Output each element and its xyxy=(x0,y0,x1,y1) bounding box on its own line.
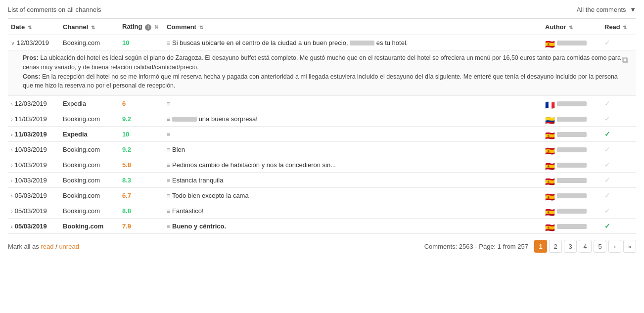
sort-icon-comment: ⇅ xyxy=(199,25,203,30)
cell-channel: Booking.com xyxy=(60,142,119,157)
cell-author: 🇪🇸 xyxy=(542,127,601,142)
read-check-icon[interactable]: ✓ xyxy=(604,176,610,184)
table-row[interactable]: ›10/03/2019Booking.com5.8≡Pedimos cambio… xyxy=(8,157,636,173)
cell-rating: 9.2 xyxy=(119,111,164,127)
cell-read[interactable]: ✓ xyxy=(601,219,636,234)
comment-icon: ≡ xyxy=(167,116,170,123)
table-row[interactable]: ›12/03/2019Expedia6≡🇫🇷✓ xyxy=(8,96,636,111)
col-read[interactable]: Read ⇅ xyxy=(601,19,636,35)
read-check-icon[interactable]: ✓ xyxy=(604,191,610,199)
cell-channel: Expedia xyxy=(60,96,119,111)
read-check-icon[interactable]: ✓ xyxy=(604,207,610,215)
author-name xyxy=(557,224,587,229)
comment-icon: ≡ xyxy=(167,146,170,153)
expand-icon[interactable]: › xyxy=(11,178,13,183)
mark-all-label: Mark all as xyxy=(8,243,39,250)
author-name xyxy=(557,41,587,45)
read-check-icon[interactable]: ✓ xyxy=(604,161,610,169)
cell-author: 🇪🇸 xyxy=(542,219,601,234)
cell-rating: 6 xyxy=(119,96,164,111)
read-check-icon[interactable]: ✓ xyxy=(604,222,610,230)
expand-icon[interactable]: › xyxy=(11,132,13,137)
info-icon[interactable]: i xyxy=(145,24,151,31)
cell-comment: ≡Bueno y céntrico. xyxy=(164,219,542,234)
cell-comment: ≡ xyxy=(164,96,542,111)
expand-icon[interactable]: › xyxy=(11,224,13,229)
read-check-icon[interactable]: ✓ xyxy=(604,99,610,107)
read-check-icon[interactable]: ✓ xyxy=(604,130,610,138)
cell-rating: 10 xyxy=(119,127,164,142)
cell-comment: ≡Estancia tranquila xyxy=(164,173,542,188)
copy-icon[interactable]: ⧉ xyxy=(622,53,628,67)
cell-read[interactable]: ✓ xyxy=(601,157,636,173)
comment-icon: ≡ xyxy=(167,100,170,107)
page-5-button[interactable]: 5 xyxy=(594,240,606,253)
last-page-button[interactable]: » xyxy=(623,240,636,253)
cell-read[interactable]: ✓ xyxy=(601,111,636,127)
table-row[interactable]: ∨12/03/2019Booking.com10≡Si buscas ubica… xyxy=(8,35,636,50)
filter-dropdown[interactable]: All the comments ▼ xyxy=(575,6,636,13)
table-row[interactable]: ›05/03/2019Booking.com7.9≡Bueno y céntri… xyxy=(8,219,636,234)
cell-channel: Booking.com xyxy=(60,111,119,127)
author-name xyxy=(557,147,587,152)
cell-author: 🇫🇷 xyxy=(542,96,601,111)
page-1-button[interactable]: 1 xyxy=(534,240,547,253)
cell-rating: 5.8 xyxy=(119,157,164,173)
cell-date: ›05/03/2019 xyxy=(8,203,60,219)
expand-icon[interactable]: › xyxy=(11,193,13,199)
col-rating[interactable]: Rating i ⇅ xyxy=(119,19,164,35)
table-row[interactable]: ›05/03/2019Booking.com8.8≡Fantástico!🇪🇸✓ xyxy=(8,203,636,219)
author-name xyxy=(557,132,587,137)
table-row[interactable]: ›11/03/2019Booking.com9.2≡ una buena sor… xyxy=(8,111,636,127)
cell-read[interactable]: ✓ xyxy=(601,188,636,203)
table-row[interactable]: ›10/03/2019Booking.com8.3≡Estancia tranq… xyxy=(8,173,636,188)
comment-icon: ≡ xyxy=(167,223,170,230)
expand-icon[interactable]: › xyxy=(11,101,13,107)
col-channel[interactable]: Channel ⇅ xyxy=(60,19,119,35)
comment-icon: ≡ xyxy=(167,131,170,138)
expand-icon[interactable]: ∨ xyxy=(11,40,15,46)
cell-rating: 9.2 xyxy=(119,142,164,157)
read-check-icon[interactable]: ✓ xyxy=(604,39,610,46)
sort-icon-author: ⇅ xyxy=(569,25,573,30)
expand-icon[interactable]: › xyxy=(11,208,13,214)
mark-all-section: Mark all as read / unread xyxy=(8,243,79,250)
author-name xyxy=(557,178,587,183)
mark-unread-link[interactable]: unread xyxy=(59,243,79,250)
expand-icon[interactable]: › xyxy=(11,147,13,153)
cell-channel: Booking.com xyxy=(60,188,119,203)
col-author[interactable]: Author ⇅ xyxy=(542,19,601,35)
table-row[interactable]: ›05/03/2019Booking.com6.7≡Todo bien exce… xyxy=(8,188,636,203)
cell-date: ›05/03/2019 xyxy=(8,219,60,234)
cell-comment: ≡Bien xyxy=(164,142,542,157)
read-check-icon[interactable]: ✓ xyxy=(604,145,610,153)
cell-read[interactable]: ✓ xyxy=(601,96,636,111)
cell-read[interactable]: ✓ xyxy=(601,127,636,142)
author-name xyxy=(557,209,587,214)
cell-read[interactable]: ✓ xyxy=(601,173,636,188)
page-2-button[interactable]: 2 xyxy=(549,240,562,253)
read-check-icon[interactable]: ✓ xyxy=(604,115,610,123)
cell-read[interactable]: ✓ xyxy=(601,35,636,50)
expand-icon[interactable]: › xyxy=(11,162,13,168)
pros-block: Pros: La ubicación del hotel es ideal se… xyxy=(23,53,628,72)
table-row[interactable]: ›11/03/2019Expedia10≡🇪🇸✓ xyxy=(8,127,636,142)
cell-date: ›11/03/2019 xyxy=(8,111,60,127)
next-page-button[interactable]: › xyxy=(608,240,621,253)
blurred-text xyxy=(350,41,374,45)
cell-read[interactable]: ✓ xyxy=(601,203,636,219)
table-row[interactable]: ›10/03/2019Booking.com9.2≡Bien🇪🇸✓ xyxy=(8,142,636,157)
page-3-button[interactable]: 3 xyxy=(564,240,577,253)
cell-author: 🇨🇴 xyxy=(542,111,601,127)
cell-rating: 8.8 xyxy=(119,203,164,219)
page-4-button[interactable]: 4 xyxy=(579,240,592,253)
col-comment[interactable]: Comment ⇅ xyxy=(164,19,542,35)
cell-rating: 7.9 xyxy=(119,219,164,234)
comment-icon: ≡ xyxy=(167,40,170,46)
mark-read-link[interactable]: read xyxy=(41,243,53,250)
author-name xyxy=(557,193,587,198)
col-date[interactable]: Date ⇅ xyxy=(8,19,60,35)
expand-icon[interactable]: › xyxy=(11,116,13,122)
cell-read[interactable]: ✓ xyxy=(601,142,636,157)
comment-icon: ≡ xyxy=(167,192,170,199)
